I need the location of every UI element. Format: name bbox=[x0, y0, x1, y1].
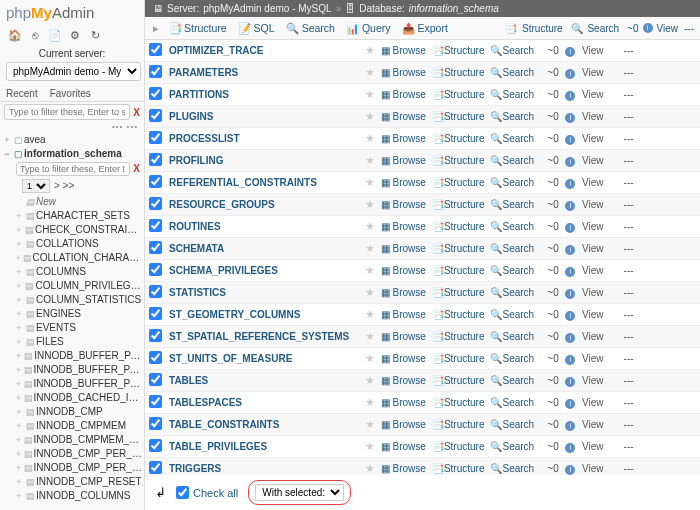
favorite-star-icon[interactable]: ★ bbox=[362, 62, 378, 84]
tree-toggle-icon[interactable]: + bbox=[14, 447, 23, 461]
tree-table-item[interactable]: +▤INNODB_CMP_RESET bbox=[0, 475, 144, 489]
search-action[interactable]: 🔍Search bbox=[487, 238, 537, 260]
table-name-link[interactable]: SCHEMA_PRIVILEGES bbox=[166, 260, 362, 282]
favorite-star-icon[interactable]: ★ bbox=[362, 260, 378, 282]
search-action[interactable]: 🔍Search bbox=[487, 40, 537, 62]
structure-action[interactable]: 📑Structure bbox=[429, 40, 488, 62]
tree-page-next[interactable]: > >> bbox=[54, 179, 74, 193]
tree-filter-input[interactable] bbox=[4, 104, 130, 120]
tree-page-select[interactable]: 1 bbox=[22, 179, 50, 193]
favorite-star-icon[interactable]: ★ bbox=[362, 150, 378, 172]
tree-table-item[interactable]: +▤CHECK_CONSTRAINTS bbox=[0, 223, 144, 237]
tree-table-item[interactable]: +▤FILES bbox=[0, 335, 144, 349]
structure-action[interactable]: 📑Structure bbox=[429, 194, 488, 216]
favorite-star-icon[interactable]: ★ bbox=[362, 392, 378, 414]
favorite-star-icon[interactable]: ★ bbox=[362, 238, 378, 260]
with-selected-select[interactable]: With selected: bbox=[255, 484, 344, 501]
table-name-link[interactable]: OPTIMIZER_TRACE bbox=[166, 40, 362, 62]
table-name-link[interactable]: PARAMETERS bbox=[166, 62, 362, 84]
tree-new[interactable]: New bbox=[36, 195, 56, 209]
tree-toggle-icon[interactable]: + bbox=[14, 349, 23, 363]
bc-db[interactable]: information_schema bbox=[409, 3, 499, 14]
settings-icon[interactable]: ⚙ bbox=[68, 28, 82, 42]
structure-action[interactable]: 📑Structure bbox=[429, 348, 488, 370]
mini-structure[interactable]: 📑 Structure bbox=[503, 23, 566, 34]
tree-table-name[interactable]: COLLATION_CHARACTER_ bbox=[33, 251, 142, 265]
tree-table-name[interactable]: CHARACTER_SETS bbox=[36, 209, 130, 223]
tree-table-name[interactable]: EVENTS bbox=[36, 321, 76, 335]
row-checkbox[interactable] bbox=[149, 43, 162, 56]
reload-icon[interactable]: ↻ bbox=[88, 28, 102, 42]
structure-action[interactable]: 📑Structure bbox=[429, 282, 488, 304]
tree-toggle-icon[interactable]: + bbox=[14, 489, 24, 503]
table-name-link[interactable]: STATISTICS bbox=[166, 282, 362, 304]
row-checkbox[interactable] bbox=[149, 197, 162, 210]
tree-table-name[interactable]: INNODB_COLUMNS bbox=[36, 489, 130, 503]
tree-subfilter-input[interactable] bbox=[16, 162, 130, 176]
row-checkbox[interactable] bbox=[149, 109, 162, 122]
tree-table-item[interactable]: +▤COLUMN_PRIVILEGES bbox=[0, 279, 144, 293]
tree-table-name[interactable]: COLUMN_STATISTICS bbox=[36, 293, 141, 307]
browse-action[interactable]: ▦Browse bbox=[378, 62, 429, 84]
check-all[interactable]: Check all bbox=[176, 486, 238, 499]
search-action[interactable]: 🔍Search bbox=[487, 282, 537, 304]
tree-toggle-icon[interactable]: + bbox=[14, 475, 24, 489]
mini-search[interactable]: 🔍 Search bbox=[569, 23, 623, 34]
tree-table-name[interactable]: COLLATIONS bbox=[36, 237, 99, 251]
tree-toggle-icon[interactable]: + bbox=[14, 265, 24, 279]
row-checkbox[interactable] bbox=[149, 439, 162, 452]
row-checkbox[interactable] bbox=[149, 307, 162, 320]
structure-action[interactable]: 📑Structure bbox=[429, 260, 488, 282]
tree-table-item[interactable]: +▤INNODB_BUFFER_PAGE_ bbox=[0, 363, 144, 377]
browse-action[interactable]: ▦Browse bbox=[378, 326, 429, 348]
tree-toggle-icon[interactable]: + bbox=[14, 391, 23, 405]
tables-list[interactable]: OPTIMIZER_TRACE★▦Browse📑Structure🔍Search… bbox=[145, 40, 700, 475]
table-name-link[interactable]: REFERENTIAL_CONSTRAINTS bbox=[166, 172, 362, 194]
search-action[interactable]: 🔍Search bbox=[487, 326, 537, 348]
tree-toggle-icon[interactable]: + bbox=[14, 279, 24, 293]
browse-action[interactable]: ▦Browse bbox=[378, 150, 429, 172]
search-action[interactable]: 🔍Search bbox=[487, 84, 537, 106]
tab-structure[interactable]: 📑Structure bbox=[163, 20, 233, 36]
row-checkbox[interactable] bbox=[149, 395, 162, 408]
search-action[interactable]: 🔍Search bbox=[487, 414, 537, 436]
tree-table-name[interactable]: ENGINES bbox=[36, 307, 81, 321]
tab-export[interactable]: 📤Export bbox=[397, 20, 454, 36]
tree-toggle-icon[interactable]: + bbox=[14, 363, 23, 377]
favorite-star-icon[interactable]: ★ bbox=[362, 216, 378, 238]
search-action[interactable]: 🔍Search bbox=[487, 106, 537, 128]
table-name-link[interactable]: ST_SPATIAL_REFERENCE_SYSTEMS bbox=[166, 326, 362, 348]
browse-action[interactable]: ▦Browse bbox=[378, 414, 429, 436]
favorite-star-icon[interactable]: ★ bbox=[362, 128, 378, 150]
docs-icon[interactable]: 📄 bbox=[48, 28, 62, 42]
structure-action[interactable]: 📑Structure bbox=[429, 436, 488, 458]
search-action[interactable]: 🔍Search bbox=[487, 392, 537, 414]
favorite-star-icon[interactable]: ★ bbox=[362, 172, 378, 194]
tree-table-item[interactable]: +▤INNODB_BUFFER_PAGE bbox=[0, 349, 144, 363]
tree-toggle-icon[interactable]: + bbox=[14, 223, 24, 237]
row-checkbox[interactable] bbox=[149, 87, 162, 100]
browse-action[interactable]: ▦Browse bbox=[378, 370, 429, 392]
structure-action[interactable]: 📑Structure bbox=[429, 414, 488, 436]
browse-action[interactable]: ▦Browse bbox=[378, 304, 429, 326]
tree-table-name[interactable]: INNODB_CMPMEM bbox=[36, 419, 126, 433]
structure-action[interactable]: 📑Structure bbox=[429, 62, 488, 84]
table-name-link[interactable]: PROCESSLIST bbox=[166, 128, 362, 150]
row-checkbox[interactable] bbox=[149, 351, 162, 364]
search-action[interactable]: 🔍Search bbox=[487, 304, 537, 326]
tree-table-name[interactable]: INNODB_CMP bbox=[36, 405, 103, 419]
structure-action[interactable]: 📑Structure bbox=[429, 216, 488, 238]
favorite-star-icon[interactable]: ★ bbox=[362, 194, 378, 216]
row-checkbox[interactable] bbox=[149, 241, 162, 254]
tree-table-name[interactable]: COLUMN_PRIVILEGES bbox=[36, 279, 142, 293]
tree-toggle-icon[interactable]: + bbox=[14, 209, 24, 223]
search-action[interactable]: 🔍Search bbox=[487, 172, 537, 194]
table-name-link[interactable]: PARTITIONS bbox=[166, 84, 362, 106]
structure-action[interactable]: 📑Structure bbox=[429, 238, 488, 260]
search-action[interactable]: 🔍Search bbox=[487, 150, 537, 172]
search-action[interactable]: 🔍Search bbox=[487, 62, 537, 84]
favorite-star-icon[interactable]: ★ bbox=[362, 458, 378, 476]
tree-toggle-icon[interactable]: + bbox=[14, 419, 24, 433]
tab-query[interactable]: 📊Query bbox=[341, 20, 397, 36]
tree-table-name[interactable]: INNODB_CMP_PER_INDE bbox=[34, 447, 142, 461]
